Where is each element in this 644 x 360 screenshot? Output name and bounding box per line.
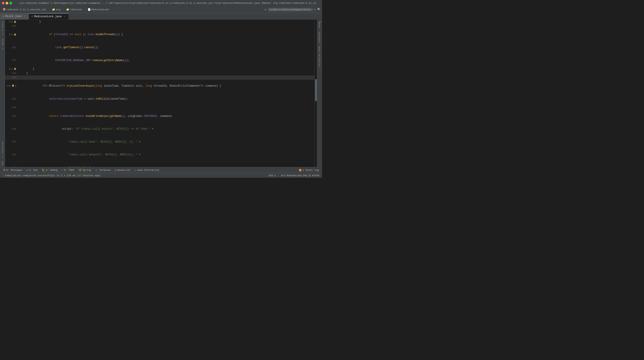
right-panel-tabs: Maven Database Bean Validation: [317, 20, 322, 167]
bookmark-328[interactable]: 🔒: [14, 20, 16, 24]
debug-icon: 🐛: [42, 168, 45, 171]
bookmark-333[interactable]: 🔒: [14, 67, 16, 71]
window-title: cjs-redisson-example [~/Workspace/cjs-re…: [15, 2, 320, 5]
tab-terminal[interactable]: >_ Terminal: [94, 168, 113, 172]
java-ent-icon: ☕: [134, 168, 136, 171]
bottom-toolbar: ☰ 0: Messages ▶ 4: Run 🐛 5: Debug ✓ 6: T…: [0, 167, 322, 173]
breadcrumb-bar: 📦 redisson-3.11.1-sources.jar › 📁 org › …: [0, 6, 322, 13]
tab-database[interactable]: Database: [317, 30, 322, 45]
tab-web[interactable]: Web: [0, 159, 5, 167]
editor-container: 1: Project 1: Build 2: Favorites Web 328…: [0, 20, 322, 167]
spring-icon: 🌿: [78, 168, 82, 171]
run-config-label: ▶: [265, 8, 266, 11]
tab-spring[interactable]: 🌿 Spring: [77, 168, 93, 172]
code-line-339: 339 return commandExecutor.evalWriteAsyn…: [5, 110, 314, 123]
toolbar-icons: ⚙ 🔍: [314, 8, 321, 11]
jar-icon: 📦: [3, 8, 6, 11]
run-336[interactable]: @: [15, 84, 16, 88]
code-line-332: 332 EXPIRATION_RENEWAL_MAP.remove(getEnt…: [5, 54, 314, 67]
code-line-336: 336💡@ <T> RFuture<T> tryLockInnerAsync(l…: [5, 80, 314, 93]
tab-todo[interactable]: ✓ 6: TODO: [60, 168, 76, 172]
status-encoding[interactable]: Git:RubyOnLoad_Req @ 83438: [280, 174, 320, 177]
code-line-343: 343 "return nil; " +: [5, 161, 314, 167]
tab-favorites[interactable]: 2: Favorites: [0, 140, 5, 159]
minimize-button[interactable]: [6, 2, 8, 5]
status-bar: ✓ Compilation completed successfully in …: [0, 173, 322, 178]
nav-file[interactable]: 📄 RedissonLock: [86, 8, 110, 12]
code-line-329: 329: [5, 24, 314, 28]
code-line-341: 341 "redis.call('hset', KEYS[1], ARGV[2]…: [5, 136, 314, 149]
event-log-badge: 1: [299, 169, 302, 171]
tab-run[interactable]: ▶ 4: Run: [25, 168, 40, 172]
tab-java-enterprise[interactable]: ☕ Java Enterprise: [133, 168, 161, 172]
code-line-328: 328🔒 }: [5, 20, 314, 24]
close-tab-redissonlock[interactable]: ×: [63, 15, 66, 18]
tab-event-log[interactable]: 1 1 Event Log: [297, 168, 321, 172]
close-tab-rlock[interactable]: ×: [23, 15, 26, 18]
maximize-button[interactable]: [10, 2, 12, 5]
code-line-331: 331 task.getTimeout().cancel();: [5, 41, 314, 54]
tab-project[interactable]: 1: Project: [0, 20, 5, 37]
sonar-icon: ◉: [115, 168, 116, 171]
file-icon: 📄: [88, 8, 91, 11]
run-config[interactable]: CjsDistributeLockApplication: [268, 8, 313, 12]
status-position[interactable]: 335:1: [268, 174, 277, 177]
bookmark-330[interactable]: 🔒: [14, 33, 16, 37]
tab-debug[interactable]: 🐛 5: Debug: [40, 168, 60, 172]
code-line-330: 330🔒 if (threadId == null || task.hasNoT…: [5, 28, 314, 41]
status-compilation: ✓ Compilation completed successfully in …: [2, 174, 102, 177]
code-line-337: 337 internalLockLeaseTime = unit.toMilli…: [5, 93, 314, 106]
redisson-icon: R: [32, 16, 33, 18]
success-icon: ✓: [3, 174, 4, 177]
folder-icon-2: 📁: [66, 8, 69, 11]
code-line-335: 335: [5, 75, 314, 80]
title-bar: cjs-redisson-example [~/Workspace/cjs-re…: [0, 0, 322, 6]
code-line-333: 333🔒 }: [5, 67, 314, 71]
code-line-342: 342 "redis.call('pexpire', KEYS[1], ARGV…: [5, 148, 314, 161]
tab-redissonlock[interactable]: R RedissonLock.java ×: [29, 13, 69, 20]
check-mark: ✓: [320, 20, 322, 24]
lamp-336[interactable]: 💡: [12, 84, 14, 88]
nav-org[interactable]: 📁 org: [51, 8, 62, 12]
editor-scrollbar[interactable]: [314, 20, 317, 167]
java-icon: J: [3, 15, 4, 18]
tab-messages[interactable]: ☰ 0: Messages: [1, 168, 24, 172]
code-block: 328🔒 } 329 330🔒 if (threadId == null || …: [5, 20, 314, 167]
code-line-338: 338: [5, 105, 314, 110]
messages-icon: ☰: [3, 168, 5, 171]
left-panel-tabs: 1: Project 1: Build 2: Favorites Web: [0, 20, 5, 167]
run-icon: ▶: [26, 168, 28, 171]
tab-bar: J RLock.java × R RedissonLock.java ×: [0, 13, 322, 20]
folder-icon: 📁: [52, 8, 55, 11]
code-editor[interactable]: 328🔒 } 329 330🔒 if (threadId == null || …: [5, 20, 317, 167]
tab-build[interactable]: 1: Build: [0, 37, 5, 51]
todo-icon: ✓: [62, 168, 63, 171]
nav-jar[interactable]: 📦 redisson-3.11.1-sources.jar: [1, 8, 48, 12]
code-line-340: 340 script: "if (redis.call('exists', KE…: [5, 123, 314, 136]
code-line-334: 334 }: [5, 71, 314, 75]
scrollbar-thumb[interactable]: [315, 79, 317, 101]
terminal-icon: >_: [95, 169, 98, 171]
tab-rlock[interactable]: J RLock.java ×: [0, 13, 29, 20]
tab-bean-validation[interactable]: Bean Validation: [317, 45, 322, 69]
tab-sonarlint[interactable]: ◉ SonarLint: [113, 168, 132, 172]
nav-redisson[interactable]: 📁 redisson: [65, 8, 83, 12]
close-button[interactable]: [2, 2, 4, 5]
traffic-lights: [2, 2, 12, 5]
